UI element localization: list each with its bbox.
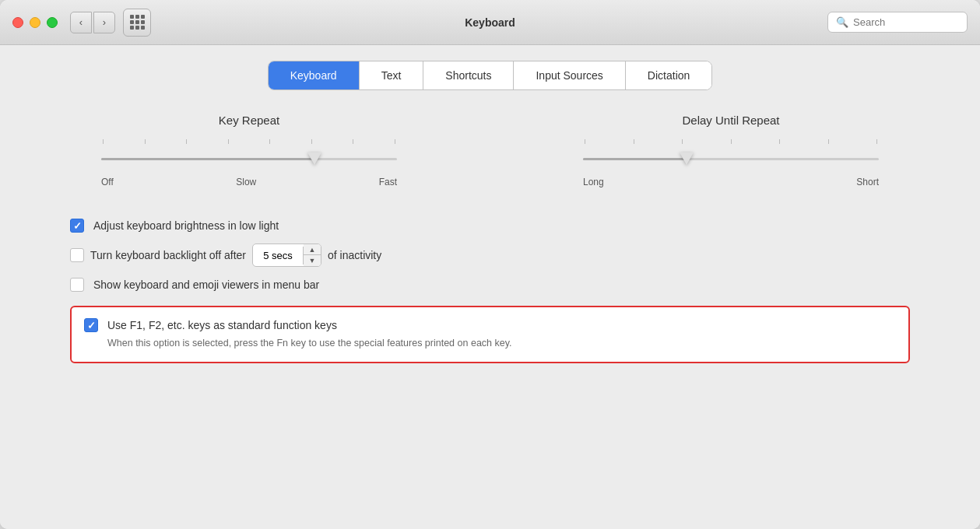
adjust-brightness-label: Adjust keyboard brightness in low light	[93, 219, 279, 232]
window-title: Keyboard	[465, 16, 515, 29]
backlight-off-row: Turn keyboard backlight off after 5 secs…	[70, 243, 910, 267]
adjust-brightness-checkbox[interactable]	[70, 219, 84, 233]
key-repeat-fill	[101, 158, 314, 160]
fn-keys-label: Use F1, F2, etc. keys as standard functi…	[107, 319, 337, 331]
tick	[731, 139, 732, 144]
spinner-arrows: ▲ ▼	[304, 244, 321, 266]
tick	[103, 139, 104, 144]
delay-repeat-track-container[interactable]	[583, 147, 879, 170]
chevron-left-icon: ‹	[79, 16, 83, 28]
delay-repeat-ticks	[583, 139, 879, 144]
chevron-right-icon: ›	[103, 16, 106, 28]
tick	[228, 139, 229, 144]
delay-repeat-slider-group: Delay Until Repeat	[583, 114, 879, 187]
fn-keys-checkbox[interactable]	[84, 318, 98, 332]
tick	[876, 139, 877, 144]
search-box[interactable]: 🔍	[827, 12, 968, 33]
backlight-off-label: Turn keyboard backlight off after	[90, 249, 246, 261]
fn-keys-highlight-box: Use F1, F2, etc. keys as standard functi…	[70, 306, 910, 363]
emoji-viewer-label: Show keyboard and emoji viewers in menu …	[93, 279, 319, 291]
key-repeat-slider-group: Key Repeat	[101, 114, 397, 187]
tick	[145, 139, 146, 144]
backlight-off-checkbox[interactable]	[70, 248, 84, 262]
key-repeat-track-container[interactable]	[101, 147, 397, 170]
tab-shortcuts[interactable]: Shortcuts	[423, 61, 514, 89]
key-repeat-track	[101, 158, 397, 160]
search-input[interactable]	[853, 16, 959, 28]
tick	[634, 139, 634, 144]
tab-keyboard[interactable]: Keyboard	[269, 61, 360, 89]
adjust-brightness-row: Adjust keyboard brightness in low light	[70, 219, 910, 233]
tick	[779, 139, 780, 144]
key-repeat-slider-labels: Off Slow Fast	[101, 177, 397, 187]
delay-repeat-thumb[interactable]	[680, 152, 694, 165]
key-repeat-slow-label: Slow	[236, 177, 256, 187]
delay-repeat-track	[583, 158, 879, 160]
spinner-value: 5 secs	[253, 247, 304, 264]
fn-keys-description: When this option is selected, press the …	[84, 337, 896, 351]
tick	[682, 139, 683, 144]
minimize-button[interactable]	[30, 17, 40, 28]
key-repeat-label: Key Repeat	[219, 114, 279, 127]
backlight-suffix-label: of inactivity	[328, 249, 381, 261]
spinner-down-button[interactable]: ▼	[304, 255, 321, 266]
settings-area: Key Repeat	[23, 114, 957, 363]
grid-view-button[interactable]	[123, 9, 151, 37]
tick	[353, 139, 353, 144]
tick	[585, 139, 585, 144]
titlebar: ‹ › Keyboard 🔍	[0, 0, 980, 45]
key-repeat-ticks	[101, 139, 397, 144]
close-button[interactable]	[12, 17, 23, 28]
traffic-lights	[12, 17, 58, 28]
delay-repeat-label: Delay Until Repeat	[682, 114, 779, 127]
keyboard-preferences-window: ‹ › Keyboard 🔍 Keyboard Text Shortc	[0, 0, 980, 529]
tick	[395, 139, 395, 144]
delay-repeat-long-label: Long	[583, 177, 604, 187]
search-icon: 🔍	[836, 16, 848, 28]
fullscreen-button[interactable]	[47, 17, 58, 28]
tick	[186, 139, 187, 144]
delay-repeat-fill	[583, 158, 687, 160]
tab-input-sources[interactable]: Input Sources	[514, 61, 625, 89]
tabs-container: Keyboard Text Shortcuts Input Sources Di…	[268, 61, 713, 90]
tick	[828, 139, 829, 144]
main-content: Keyboard Text Shortcuts Input Sources Di…	[0, 45, 980, 529]
tick	[269, 139, 270, 144]
spinner-control[interactable]: 5 secs ▲ ▼	[252, 243, 321, 267]
forward-button[interactable]: ›	[93, 12, 115, 33]
key-repeat-fast-label: Fast	[379, 177, 397, 187]
tab-bar: Keyboard Text Shortcuts Input Sources Di…	[23, 61, 957, 90]
spinner-up-button[interactable]: ▲	[304, 244, 321, 255]
emoji-viewer-checkbox[interactable]	[70, 278, 84, 292]
fn-keys-row: Use F1, F2, etc. keys as standard functi…	[84, 318, 896, 332]
key-repeat-slider-wrapper	[101, 139, 397, 170]
delay-repeat-slider-wrapper	[583, 139, 879, 170]
checkboxes-section: Adjust keyboard brightness in low light …	[70, 219, 910, 363]
sliders-row: Key Repeat	[70, 114, 910, 187]
delay-repeat-slider-labels: Long Short	[583, 177, 879, 187]
tick	[311, 139, 312, 144]
tab-text[interactable]: Text	[360, 61, 424, 89]
grid-icon	[130, 15, 145, 30]
delay-repeat-short-label: Short	[856, 177, 879, 187]
emoji-viewer-row: Show keyboard and emoji viewers in menu …	[70, 278, 910, 292]
key-repeat-off-label: Off	[101, 177, 114, 187]
key-repeat-thumb[interactable]	[307, 152, 321, 165]
nav-buttons: ‹ ›	[70, 12, 115, 33]
back-button[interactable]: ‹	[70, 12, 92, 33]
tab-dictation[interactable]: Dictation	[626, 61, 711, 89]
